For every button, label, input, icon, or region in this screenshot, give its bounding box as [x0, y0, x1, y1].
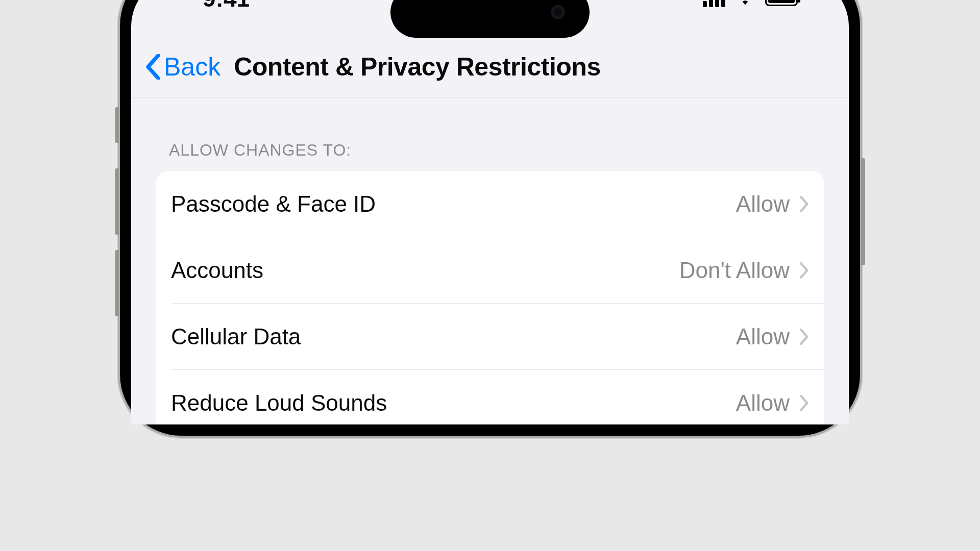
battery-fill	[768, 0, 795, 3]
volume-up-button	[115, 168, 119, 235]
content-area: ALLOW CHANGES TO: Passcode & Face ID All…	[131, 112, 849, 424]
chevron-right-icon	[800, 329, 809, 345]
chevron-right-icon	[800, 262, 809, 279]
page-title: Content & Privacy Restrictions	[234, 52, 601, 82]
row-label: Accounts	[171, 258, 263, 283]
settings-list: Passcode & Face ID Allow Accounts Don't …	[156, 171, 824, 424]
status-time: 9:41	[203, 0, 250, 12]
row-cellular-data[interactable]: Cellular Data Allow	[156, 304, 824, 370]
phone-screen: 9:41 Back	[131, 0, 849, 424]
chevron-left-icon	[145, 54, 161, 80]
silent-switch	[115, 107, 119, 143]
row-value: Don't Allow	[679, 258, 790, 283]
section-header: ALLOW CHANGES TO:	[156, 141, 824, 171]
back-button[interactable]: Back	[145, 52, 220, 82]
row-accounts[interactable]: Accounts Don't Allow	[156, 237, 824, 304]
side-button	[861, 158, 865, 265]
row-passcode-face-id[interactable]: Passcode & Face ID Allow	[156, 171, 824, 237]
phone-frame: 9:41 Back	[120, 0, 860, 436]
row-reduce-loud-sounds[interactable]: Reduce Loud Sounds Allow	[156, 370, 824, 424]
row-value: Allow	[736, 191, 790, 217]
chevron-right-icon	[800, 395, 809, 411]
dynamic-island	[390, 0, 590, 38]
row-value: Allow	[736, 324, 790, 349]
wifi-icon	[734, 0, 756, 8]
back-label: Back	[164, 52, 220, 82]
chevron-right-icon	[800, 196, 809, 212]
row-label: Cellular Data	[171, 324, 301, 349]
volume-down-button	[115, 250, 119, 316]
battery-icon	[765, 0, 798, 6]
row-value: Allow	[736, 390, 790, 416]
navigation-bar: Back Content & Privacy Restrictions	[131, 52, 849, 97]
row-label: Passcode & Face ID	[171, 191, 376, 217]
row-label: Reduce Loud Sounds	[171, 390, 387, 416]
status-indicators	[703, 0, 798, 8]
cellular-signal-icon	[703, 0, 725, 7]
front-camera-icon	[551, 5, 565, 19]
